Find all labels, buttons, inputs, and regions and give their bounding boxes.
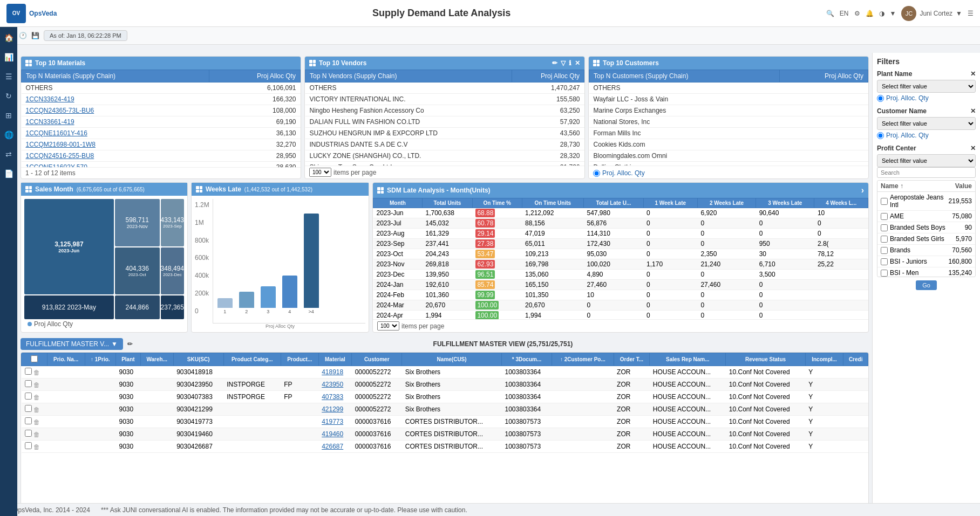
top-customers-scroll[interactable]: Top N Customers (Supply Chain) Proj Allo…: [589, 70, 868, 166]
plant-close-icon[interactable]: ✕: [970, 70, 976, 78]
row-checkbox[interactable]: [25, 442, 32, 449]
row-checkbox[interactable]: [25, 430, 32, 437]
go-button[interactable]: Go: [916, 280, 937, 290]
nav-doc[interactable]: 📄: [2, 167, 16, 180]
list-item[interactable]: Branded Sets Boys 90: [877, 222, 975, 233]
list-item[interactable]: Brands 70,560: [877, 245, 975, 256]
sdm-grid-icon: [377, 187, 384, 194]
customer-name-select[interactable]: Select filter value: [877, 117, 976, 130]
row-delete[interactable]: 🗑: [33, 369, 40, 376]
top-materials-scroll[interactable]: Top N Materials (Supply Chain) Proj Allo…: [21, 70, 301, 167]
sdm-ontime-pct: 60.78: [472, 218, 522, 229]
vendors-page-select[interactable]: 100: [309, 168, 331, 177]
sdm-total-late: 0: [584, 311, 644, 320]
ft-sales-rep: HOUSE ACCOUN...: [650, 441, 726, 453]
vendors-filter-icon[interactable]: ▽: [561, 59, 566, 67]
nav-chart[interactable]: 📊: [2, 51, 16, 64]
plant-name-select[interactable]: Select filter value: [877, 80, 976, 93]
list-item[interactable]: AME 75,080: [877, 211, 975, 222]
save-icon[interactable]: 💾: [31, 32, 39, 39]
theme-icon[interactable]: ◑: [879, 10, 884, 17]
fulfillment-table-container[interactable]: Prio. Na... ↑ 1Prio. Plant Wareh... SKU(…: [21, 352, 869, 513]
vendor-name: VICTORY INTERNATIONAL INC.: [305, 94, 512, 105]
top-materials-title: Top 10 Materials: [35, 59, 85, 67]
row-checkbox[interactable]: [25, 393, 32, 400]
table-row: 2023-Jul 145,032 60.78 88,156 56,876 0 0…: [373, 218, 868, 229]
profit-search-input[interactable]: [877, 167, 976, 178]
list-item[interactable]: Aeropostale Jeans Intl 219,553: [877, 192, 975, 211]
ft-incomplete: Y: [805, 379, 843, 391]
profit-close-icon[interactable]: ✕: [970, 145, 976, 152]
sdm-w4: 10: [814, 208, 868, 218]
profit-item-checkbox[interactable]: [881, 213, 888, 220]
profit-item-name: Branded Sets Boys: [890, 224, 945, 231]
mat-name: 1CCQNE11602Y-570: [22, 162, 209, 168]
row-delete[interactable]: 🗑: [33, 418, 40, 426]
ft-warehouse: [140, 379, 173, 391]
ft-2cust-po: [552, 391, 614, 403]
profit-item-name: AME: [890, 212, 904, 220]
row-delete[interactable]: 🗑: [33, 443, 40, 451]
row-delete[interactable]: 🗑: [33, 381, 40, 389]
clock-icon[interactable]: 🕐: [19, 32, 27, 39]
sdm-nav-right[interactable]: ›: [861, 185, 864, 195]
customers-radio-input[interactable]: [593, 170, 600, 177]
user-dropdown-icon[interactable]: ▼: [956, 10, 962, 17]
vendors-info-icon[interactable]: ℹ: [569, 59, 571, 67]
settings-icon[interactable]: ⚙: [854, 10, 860, 17]
vendor-col1-header: Top N Vendors (Supply Chain): [305, 70, 512, 82]
row-checkbox[interactable]: [25, 380, 32, 387]
nav-grid[interactable]: ⊞: [3, 109, 14, 122]
sub-header: 🔖 🕐 💾 As of: Jan 18, 06:22:28 PM: [0, 27, 980, 45]
table-row: 🗑 9030 9030423950 INSTPORGE FP 423950 00…: [22, 379, 868, 391]
customers-radio[interactable]: Proj. Alloc. Qty: [593, 169, 645, 177]
ft-check-all[interactable]: [31, 355, 38, 362]
ft-3docum: 1003807573: [501, 441, 552, 453]
cust-name: National Stores, Inc: [589, 116, 780, 128]
profit-item-checkbox[interactable]: [881, 236, 888, 243]
row-delete[interactable]: 🗑: [33, 431, 40, 438]
menu-icon[interactable]: ▼: [890, 10, 896, 17]
top-vendors-scroll[interactable]: Top N Vendors (Supply Chain) Proj Alloc …: [305, 70, 584, 166]
sdm-table-scroll[interactable]: Month Total Units On Time % On Time Unit…: [373, 198, 868, 319]
vendor-qty: 63,250: [512, 105, 584, 116]
row-delete[interactable]: 🗑: [33, 394, 40, 401]
nav-arrows[interactable]: ⇄: [3, 148, 14, 161]
ft-th-plant: Plant: [116, 353, 141, 366]
profit-item-checkbox[interactable]: [881, 258, 888, 265]
row-checkbox[interactable]: [25, 405, 32, 412]
fulfillment-dropdown[interactable]: FULFILLMENT MASTER V... ▼: [21, 338, 123, 350]
hamburger-icon[interactable]: ☰: [968, 10, 974, 17]
customer-radio-input[interactable]: [877, 132, 884, 139]
vendors-close-icon[interactable]: ✕: [575, 59, 580, 67]
list-item[interactable]: BSI - Men 135,240: [877, 267, 975, 277]
profit-center-select[interactable]: Select filter value: [877, 154, 976, 167]
top-customers-header: Top 10 Customers: [589, 57, 868, 70]
vendors-edit-icon[interactable]: ✏: [552, 59, 557, 67]
list-item[interactable]: Branded Sets Girls 5,970: [877, 233, 975, 245]
search-icon[interactable]: 🔍: [826, 10, 834, 17]
ft-name: CORTES DISTRIBUTOR...: [402, 441, 502, 453]
table-row: 1CCQNE11602Y-57028,630: [22, 162, 301, 168]
nav-list[interactable]: ☰: [3, 70, 15, 83]
fulfillment-edit-icon[interactable]: ✏: [127, 340, 133, 348]
profit-item-checkbox[interactable]: [881, 224, 888, 231]
notification-icon[interactable]: 🔔: [866, 10, 874, 17]
ft-th-order-type: Order T...: [614, 353, 650, 366]
profit-item-checkbox[interactable]: [881, 270, 888, 277]
list-item[interactable]: BSI - Juniors 160,800: [877, 256, 975, 267]
plant-radio-input[interactable]: [877, 95, 884, 102]
row-checkbox[interactable]: [25, 368, 32, 375]
nav-home[interactable]: 🏠: [2, 31, 16, 44]
profit-item-checkbox[interactable]: [881, 198, 888, 205]
sdm-w3: 0: [756, 280, 814, 290]
mat-name: 1CCQN24365-73L-BU6: [22, 105, 209, 116]
nav-globe[interactable]: 🌐: [2, 128, 16, 141]
sdm-page-select[interactable]: 100: [377, 321, 399, 331]
row-checkbox[interactable]: [25, 417, 32, 424]
customer-close-icon[interactable]: ✕: [970, 107, 976, 115]
row-delete[interactable]: 🗑: [33, 406, 40, 414]
nav-refresh[interactable]: ↻: [3, 90, 14, 102]
sdm-w1: 1,170: [643, 259, 697, 270]
profit-item-checkbox[interactable]: [881, 247, 888, 254]
